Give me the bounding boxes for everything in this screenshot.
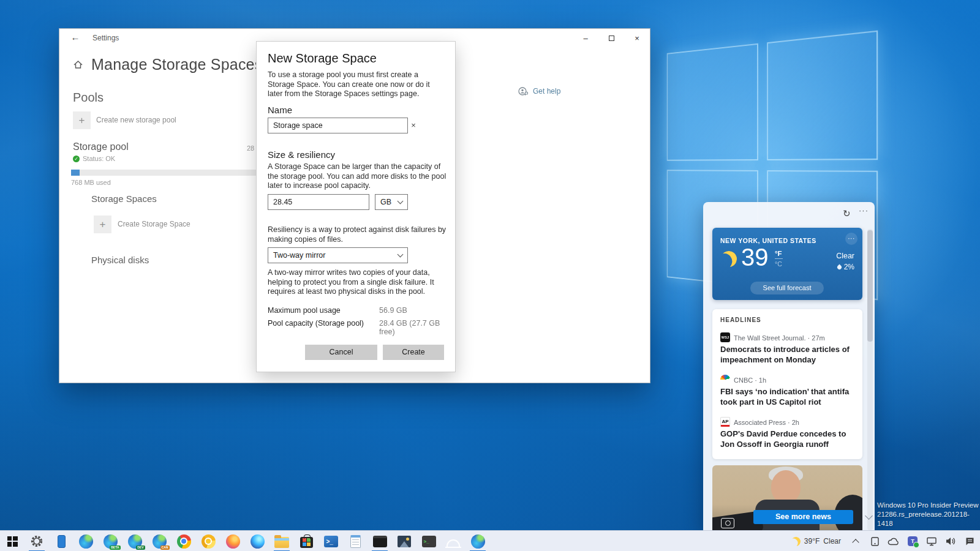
tray-meet-now[interactable]: [868, 534, 881, 548]
logo-pane: [767, 31, 878, 160]
news-and-interests-button[interactable]: 39°F Clear: [789, 537, 843, 546]
source-time: 27m: [812, 334, 824, 342]
folder-icon: [274, 537, 289, 548]
new-storage-space-dialog: New Storage Space To use a storage pool …: [256, 41, 456, 372]
pool-status-label: Status: OK: [83, 155, 115, 162]
create-button[interactable]: Create: [383, 345, 444, 360]
moon-icon: [720, 250, 737, 268]
wsj-logo: WSJ: [720, 332, 730, 342]
cloud-icon: [888, 537, 900, 546]
taskbar-dome-app[interactable]: [441, 531, 466, 551]
tray-onedrive[interactable]: [887, 534, 900, 548]
start-button[interactable]: [0, 531, 24, 551]
camera-icon: [721, 518, 734, 528]
taskbar-file-explorer[interactable]: [270, 531, 294, 551]
taskbar-firefox-nightly[interactable]: [245, 531, 270, 551]
headline-link[interactable]: GOP's David Perdue concedes to Jon Ossof…: [720, 429, 855, 449]
taskbar-edge[interactable]: [74, 531, 98, 551]
tray-weather-condition: Clear: [823, 537, 841, 545]
dot-separator: ·: [755, 377, 757, 384]
close-button[interactable]: ×: [624, 29, 650, 47]
taskbar-apps: BETA DEV CAN >_ >_: [0, 531, 490, 551]
dev-badge: DEV: [136, 545, 145, 550]
get-help-link[interactable]: Get help: [518, 86, 560, 96]
minimize-button[interactable]: –: [573, 29, 598, 47]
network-icon: [926, 536, 937, 546]
clear-name-icon[interactable]: ×: [409, 121, 418, 130]
gear-icon: [30, 534, 43, 548]
meet-now-icon: [870, 536, 880, 547]
cancel-button[interactable]: Cancel: [305, 345, 377, 360]
refresh-icon[interactable]: ↻: [843, 208, 851, 219]
pools-heading: Pools: [73, 91, 104, 105]
chevron-down-icon: [398, 198, 404, 204]
firefox-icon: [226, 534, 240, 549]
chevron-up-icon: [852, 539, 859, 545]
taskbar-notepad[interactable]: [343, 531, 368, 551]
pool-status-row: ✓ Status: OK: [73, 155, 115, 162]
dome-icon: [447, 539, 460, 547]
create-new-storage-pool-label[interactable]: Create new storage pool: [96, 116, 176, 124]
taskbar-your-phone[interactable]: [49, 531, 74, 551]
ap-logo: AP: [720, 417, 730, 427]
taskbar-firefox[interactable]: [221, 531, 245, 551]
taskbar-edge-canary[interactable]: CAN: [147, 531, 172, 551]
taskbar-windows-terminal[interactable]: [368, 531, 392, 551]
tray-action-center[interactable]: [963, 534, 976, 548]
window-controls: – ×: [573, 29, 650, 47]
create-storage-space-label[interactable]: Create Storage Space: [118, 220, 190, 228]
scrollbar-thumb[interactable]: [867, 230, 873, 342]
see-full-forecast-button[interactable]: See full forecast: [750, 282, 824, 294]
resiliency-dropdown[interactable]: Two-way mirror: [268, 247, 408, 263]
pool-used-label: 768 MB used: [71, 179, 111, 186]
tray-network[interactable]: [925, 534, 938, 548]
weather-card[interactable]: NEW YORK, UNITED STATES ··· 39 °F °C Cle…: [712, 228, 862, 300]
create-new-storage-pool-button[interactable]: +: [73, 111, 91, 129]
back-button[interactable]: ←: [68, 32, 83, 44]
photos-icon: [398, 536, 411, 547]
chrome-icon: [177, 534, 191, 549]
taskbar-edge-beta[interactable]: BETA: [98, 531, 123, 551]
dialog-title: New Storage Space: [268, 51, 377, 66]
news-source: CNBC·1h: [734, 377, 766, 384]
taskbar-edge-dev[interactable]: DEV: [123, 531, 147, 551]
unit-dropdown[interactable]: GB: [375, 194, 408, 210]
size-input[interactable]: [268, 194, 369, 210]
show-hidden-icons-button[interactable]: [849, 534, 862, 548]
desktop: Windows 10 Pro Insider Preview 21286.rs_…: [0, 0, 980, 551]
source-time: 1h: [759, 377, 766, 384]
powershell-icon: >_: [324, 536, 338, 547]
taskbar-powershell[interactable]: >_: [318, 531, 343, 551]
source-name: CNBC: [734, 377, 753, 384]
beta-badge: BETA: [110, 545, 120, 550]
headline-link[interactable]: FBI says ‘no indication’ that antifa too…: [720, 386, 855, 407]
tray-volume[interactable]: [944, 534, 957, 548]
news-photo-card: See more news: [712, 465, 862, 530]
edge-dev-icon: DEV: [128, 534, 142, 549]
panel-more-icon[interactable]: ···: [859, 206, 869, 215]
taskbar-chrome[interactable]: [172, 531, 196, 551]
unit-toggle[interactable]: °F °C: [775, 250, 787, 268]
taskbar-photos[interactable]: [392, 531, 417, 551]
see-more-news-button[interactable]: See more news: [753, 510, 853, 524]
taskbar-settings[interactable]: [24, 531, 49, 551]
taskbar-command-prompt[interactable]: >_: [417, 531, 441, 551]
tray-teams[interactable]: T: [906, 534, 919, 548]
physical-disks-heading: Physical disks: [91, 255, 149, 265]
fahrenheit-label[interactable]: °F: [775, 250, 787, 257]
logo-pane: [667, 43, 758, 161]
taskbar-chrome-canary[interactable]: [196, 531, 221, 551]
chrome-canary-icon: [202, 534, 216, 549]
headline-link[interactable]: Democrats to introduce articles of impea…: [720, 344, 855, 365]
droplet-icon: [836, 264, 842, 270]
taskbar-microsoft-store[interactable]: [294, 531, 318, 551]
maximize-button[interactable]: [598, 29, 624, 47]
taskbar-edge-stable[interactable]: [466, 531, 490, 551]
celsius-label[interactable]: °C: [775, 260, 787, 268]
taskbar: BETA DEV CAN >_ >_ 39°F Clear: [0, 530, 980, 551]
create-storage-space-button[interactable]: +: [94, 216, 111, 233]
panel-scrollbar[interactable]: [867, 229, 873, 530]
name-input[interactable]: [268, 118, 408, 133]
weather-more-icon[interactable]: ···: [845, 233, 858, 245]
photo-figure: [771, 470, 801, 503]
